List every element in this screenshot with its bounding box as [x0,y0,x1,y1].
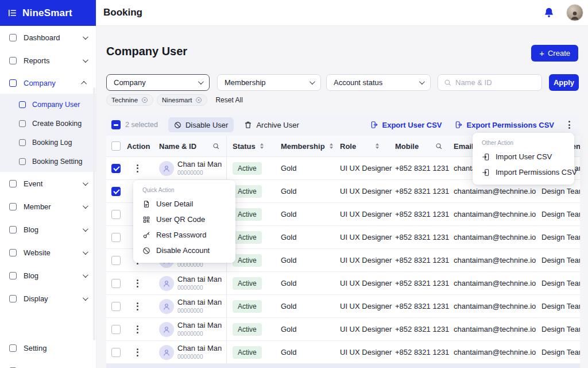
membership-filter-select[interactable]: Membership [217,74,321,91]
row-checkbox[interactable] [111,325,121,334]
row-checkbox[interactable] [111,279,121,288]
sidebar-item-display[interactable]: Display [0,287,96,310]
column-search-icon[interactable] [435,143,442,150]
sidebar-item-member[interactable]: Member [0,195,96,218]
chevron-up-icon [81,80,87,86]
remove-chip-icon[interactable] [195,97,202,103]
user-id: 00000000 [177,354,222,361]
brand-name: NineSmart [22,7,72,19]
filter-chip-technine[interactable]: Technine [106,94,153,106]
search-field [438,74,542,91]
display-icon [9,295,17,302]
select-all-checkbox[interactable] [111,120,121,129]
menu-item-import-user-csv[interactable]: Import User CSV [473,149,574,164]
column-status[interactable]: Status [227,136,281,156]
role-value: UI UX Designer [340,272,395,294]
other-action-menu: Other Action Import User CSV Import Perm… [473,133,574,185]
sort-icon[interactable] [330,143,333,149]
apply-button[interactable]: Apply [549,74,579,91]
user-id: 00000000 [177,285,222,292]
sidebar-subitem[interactable]: Company User [0,95,96,114]
chevron-down-icon [83,180,88,186]
trash-icon [244,121,252,129]
menu-item-user-qr-code[interactable]: User QR Code [133,212,235,227]
sort-icon[interactable] [260,143,264,149]
user-id: 00000000 [177,331,222,338]
sidebar-item-website[interactable]: Website [0,241,96,264]
brand-header: NineSmart [0,0,96,26]
column-mobile[interactable]: Mobile [395,136,454,156]
role-value: UI UX Designer [340,295,395,317]
import-file-icon [482,153,490,161]
user-avatar [159,161,174,176]
row-checkbox[interactable] [111,233,121,242]
status-badge: Active [233,346,262,359]
row-checkbox[interactable] [111,187,121,196]
column-role[interactable]: Role [340,136,395,156]
column-action[interactable]: Action [127,136,154,156]
account-status-filter-select[interactable]: Account status [326,74,431,91]
row-checkbox[interactable] [111,302,121,311]
filter-chip-ninesmart[interactable]: Ninesmart [157,94,207,106]
sort-icon[interactable] [376,143,379,149]
column-name-id[interactable]: Name & ID [154,136,227,156]
role-value: UI UX Designer [340,180,395,202]
menu-item-rest-password[interactable]: Rest Password [133,227,235,243]
export-permissions-csv-button[interactable]: Export Permissions CSV [455,121,554,129]
sidebar-item-dashboard[interactable]: Dashboard [0,26,96,49]
membership-value: Gold [281,341,340,363]
sidebar-scrollbar[interactable] [93,87,95,340]
user-profile-avatar[interactable] [566,4,583,21]
sidebar-item-event[interactable]: Event [0,172,96,195]
export-user-csv-button[interactable]: Export User CSV [370,121,442,129]
create-button[interactable]: + Create [531,45,578,62]
menu-item-user-detail[interactable]: User Detail [133,196,235,212]
company-filter-select[interactable]: Company [106,74,210,91]
column-search-icon[interactable] [212,143,219,150]
sidebar-item-setting[interactable]: Setting [0,336,96,359]
email-value: chantaiman@technine.io [454,226,541,248]
search-input[interactable] [455,78,536,87]
archive-user-button[interactable]: Archive User [244,121,299,129]
remove-chip-icon[interactable] [141,97,148,103]
sidebar-item-blog[interactable]: Blog [0,218,96,241]
disable-user-button[interactable]: Disable User [168,117,234,132]
toolbar-kebab-menu-icon[interactable] [567,119,572,131]
row-actions-kebab-icon[interactable] [135,324,140,335]
row-actions-kebab-icon[interactable] [135,278,140,289]
reset-all-link[interactable]: Reset All [215,96,242,104]
sidebar-subitem[interactable]: Create Booking [0,114,96,133]
menu-item-disable-account[interactable]: Disable Account [133,243,235,258]
row-checkbox[interactable] [111,210,121,219]
menu-section-label: Other Action [482,140,574,146]
row-checkbox[interactable] [111,256,121,265]
submenu-item-icon [19,101,26,108]
company-submenu: Company User Create Booking Booking Log … [0,94,96,172]
membership-value: Gold [281,272,340,294]
sidebar-subitem[interactable]: Booking Setting [0,152,96,171]
submenu-item-icon [19,158,26,165]
sidebar-item-logout[interactable]: Logout [0,359,96,368]
row-actions-kebab-icon[interactable] [135,301,140,312]
mobile-value: +852 8321 1231 [395,318,454,340]
row-checkbox[interactable] [111,348,121,357]
sidebar-item-reports[interactable]: Reports [0,49,96,72]
sidebar-item-company[interactable]: Company [0,72,96,94]
sidebar-item-blog-2[interactable]: Blog [0,264,96,287]
mobile-value: +852 8321 1231 [395,157,454,179]
header-checkbox[interactable] [111,141,121,151]
plus-icon: + [539,49,544,57]
status-badge: Active [233,185,262,198]
row-checkbox[interactable] [111,164,121,173]
menu-item-import-permissions-csv[interactable]: Import Permissions CSV [473,164,574,180]
page-section-title: Booking [103,7,142,18]
sidebar-subitem[interactable]: Booking Log [0,133,96,152]
email-value: chantaiman@technine.io [454,295,541,317]
row-actions-kebab-icon[interactable] [135,347,140,358]
row-actions-kebab-icon[interactable] [135,163,140,174]
mobile-value: +852 8321 1231 [395,249,454,271]
topbar: Booking [96,0,588,26]
chevron-down-icon [83,34,88,40]
bell-icon[interactable] [543,6,555,19]
column-membership[interactable]: Membership [281,136,340,156]
